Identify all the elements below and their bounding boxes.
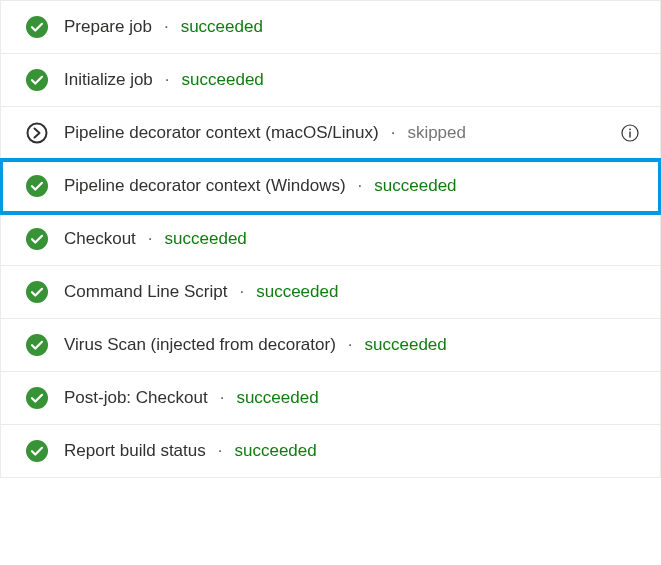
step-status: succeeded xyxy=(181,17,263,37)
step-status: succeeded xyxy=(165,229,247,249)
step-label: Post-job: Checkout xyxy=(64,388,208,408)
step-status: succeeded xyxy=(365,335,447,355)
step-status: skipped xyxy=(407,123,466,143)
step-content: Checkout·succeeded xyxy=(64,229,247,249)
step-status: succeeded xyxy=(236,388,318,408)
step-row[interactable]: Command Line Script·succeeded xyxy=(1,266,660,319)
svg-rect-5 xyxy=(629,132,630,138)
svg-point-9 xyxy=(26,334,48,356)
separator-dot: · xyxy=(391,123,396,143)
step-label: Command Line Script xyxy=(64,282,227,302)
step-content: Pipeline decorator context (Windows)·suc… xyxy=(64,176,457,196)
step-row[interactable]: Pipeline decorator context (macOS/Linux)… xyxy=(1,107,660,160)
step-label: Checkout xyxy=(64,229,136,249)
separator-dot: · xyxy=(165,70,170,90)
step-content: Post-job: Checkout·succeeded xyxy=(64,388,319,408)
step-row[interactable]: Post-job: Checkout·succeeded xyxy=(1,372,660,425)
step-row[interactable]: Initialize job·succeeded xyxy=(1,54,660,107)
step-content: Initialize job·succeeded xyxy=(64,70,264,90)
svg-point-7 xyxy=(26,228,48,250)
step-row[interactable]: Virus Scan (injected from decorator)·suc… xyxy=(1,319,660,372)
step-status: succeeded xyxy=(374,176,456,196)
build-steps-list: Prepare job·succeededInitialize job·succ… xyxy=(0,0,661,478)
success-check-icon xyxy=(26,175,48,197)
separator-dot: · xyxy=(164,17,169,37)
info-icon[interactable] xyxy=(620,123,640,143)
step-row[interactable]: Prepare job·succeeded xyxy=(1,1,660,54)
separator-dot: · xyxy=(348,335,353,355)
skipped-arrow-icon xyxy=(26,122,48,144)
step-row[interactable]: Report build status·succeeded xyxy=(1,425,660,478)
step-label: Pipeline decorator context (Windows) xyxy=(64,176,346,196)
svg-point-10 xyxy=(26,387,48,409)
success-check-icon xyxy=(26,69,48,91)
separator-dot: · xyxy=(148,229,153,249)
success-check-icon xyxy=(26,440,48,462)
svg-point-6 xyxy=(26,175,48,197)
step-content: Pipeline decorator context (macOS/Linux)… xyxy=(64,123,466,143)
step-content: Prepare job·succeeded xyxy=(64,17,263,37)
svg-point-11 xyxy=(26,440,48,462)
step-label: Pipeline decorator context (macOS/Linux) xyxy=(64,123,379,143)
step-label: Virus Scan (injected from decorator) xyxy=(64,335,336,355)
separator-dot: · xyxy=(239,282,244,302)
success-check-icon xyxy=(26,387,48,409)
step-row[interactable]: Checkout·succeeded xyxy=(1,213,660,266)
svg-point-2 xyxy=(28,124,47,143)
separator-dot: · xyxy=(220,388,225,408)
step-status: succeeded xyxy=(234,441,316,461)
success-check-icon xyxy=(26,281,48,303)
step-label: Prepare job xyxy=(64,17,152,37)
success-check-icon xyxy=(26,16,48,38)
success-check-icon xyxy=(26,334,48,356)
step-label: Initialize job xyxy=(64,70,153,90)
step-content: Command Line Script·succeeded xyxy=(64,282,338,302)
step-status: succeeded xyxy=(182,70,264,90)
separator-dot: · xyxy=(218,441,223,461)
svg-point-1 xyxy=(26,69,48,91)
step-label: Report build status xyxy=(64,441,206,461)
step-status: succeeded xyxy=(256,282,338,302)
step-content: Report build status·succeeded xyxy=(64,441,317,461)
separator-dot: · xyxy=(358,176,363,196)
success-check-icon xyxy=(26,228,48,250)
svg-point-0 xyxy=(26,16,48,38)
step-content: Virus Scan (injected from decorator)·suc… xyxy=(64,335,447,355)
svg-point-4 xyxy=(629,128,631,130)
step-row[interactable]: Pipeline decorator context (Windows)·suc… xyxy=(1,160,660,213)
svg-point-8 xyxy=(26,281,48,303)
